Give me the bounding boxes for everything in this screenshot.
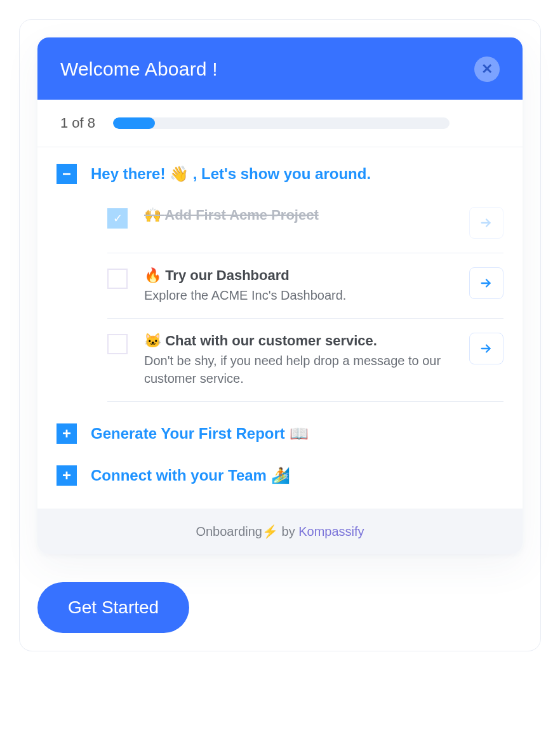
section-collapsed: + Connect with your Team 🏄 xyxy=(57,465,503,486)
task-action-button[interactable] xyxy=(469,333,503,364)
footer-brand-link[interactable]: Kompassify xyxy=(298,524,364,538)
expand-toggle[interactable]: + xyxy=(57,465,77,486)
progress-label: 1 of 8 xyxy=(60,115,95,131)
section-title: Hey there! 👋 , Let's show you around. xyxy=(91,164,371,184)
modal-header: Welcome Aboard ! ✕ xyxy=(37,37,523,100)
check-icon: ✓ xyxy=(113,211,123,225)
section-collapsed: + Generate Your First Report 📖 xyxy=(57,423,503,444)
arrow-right-icon xyxy=(479,216,493,230)
section-title: Connect with your Team 🏄 xyxy=(91,465,290,486)
modal-content: − Hey there! 👋 , Let's show you around. … xyxy=(37,147,523,509)
section-title: Generate Your First Report 📖 xyxy=(91,423,309,444)
task-item: ✓ 🙌 Add First Acme Project xyxy=(107,201,503,253)
task-title-text: Chat with our customer service. xyxy=(165,333,377,349)
expand-toggle[interactable]: + xyxy=(57,423,77,444)
task-description: Don't be shy, if you need help drop a me… xyxy=(144,352,453,387)
plus-icon: + xyxy=(62,468,71,483)
task-title: 🐱 Chat with our customer service. xyxy=(144,333,453,349)
progress-fill xyxy=(113,117,155,129)
task-title: 🔥 Try our Dashboard xyxy=(144,267,453,284)
task-description: Explore the ACME Inc's Dashboard. xyxy=(144,286,453,304)
collapse-toggle[interactable]: − xyxy=(57,164,77,184)
task-item: 🐱 Chat with our customer service. Don't … xyxy=(107,319,503,402)
task-title-text: Add First Acme Project xyxy=(164,207,318,223)
task-body: 🙌 Add First Acme Project xyxy=(144,207,453,223)
task-item: 🔥 Try our Dashboard Explore the ACME Inc… xyxy=(107,253,503,319)
modal-footer: Onboarding⚡ by Kompassify xyxy=(37,509,523,554)
close-button[interactable]: ✕ xyxy=(474,57,500,82)
onboarding-modal: Welcome Aboard ! ✕ 1 of 8 − Hey there! 👋… xyxy=(37,37,523,554)
task-list: ✓ 🙌 Add First Acme Project xyxy=(107,190,503,402)
footer-prefix: Onboarding xyxy=(196,524,262,538)
task-checkbox[interactable] xyxy=(107,269,128,289)
section-active: − Hey there! 👋 , Let's show you around. xyxy=(57,164,503,184)
task-emoji: 🐱 xyxy=(144,333,161,349)
task-checkbox-done[interactable]: ✓ xyxy=(107,208,128,229)
progress-track xyxy=(113,117,450,129)
plus-icon: + xyxy=(62,426,71,441)
modal-title: Welcome Aboard ! xyxy=(60,58,218,80)
task-title-text: Try our Dashboard xyxy=(165,267,290,283)
task-body: 🐱 Chat with our customer service. Don't … xyxy=(144,333,453,387)
get-started-button[interactable]: Get Started xyxy=(37,582,189,633)
task-action-button[interactable] xyxy=(469,267,503,299)
arrow-right-icon xyxy=(479,276,493,290)
task-action-button[interactable] xyxy=(469,207,503,239)
task-body: 🔥 Try our Dashboard Explore the ACME Inc… xyxy=(144,267,453,304)
outer-card: Welcome Aboard ! ✕ 1 of 8 − Hey there! 👋… xyxy=(19,19,541,651)
close-icon: ✕ xyxy=(481,61,493,77)
footer-by: by xyxy=(278,524,298,538)
task-emoji: 🙌 xyxy=(144,207,161,223)
task-title: 🙌 Add First Acme Project xyxy=(144,207,453,223)
minus-icon: − xyxy=(62,166,71,182)
task-emoji: 🔥 xyxy=(144,267,161,283)
task-checkbox[interactable] xyxy=(107,334,128,354)
bolt-icon: ⚡ xyxy=(262,524,278,538)
progress-row: 1 of 8 xyxy=(37,100,523,147)
arrow-right-icon xyxy=(479,342,493,356)
